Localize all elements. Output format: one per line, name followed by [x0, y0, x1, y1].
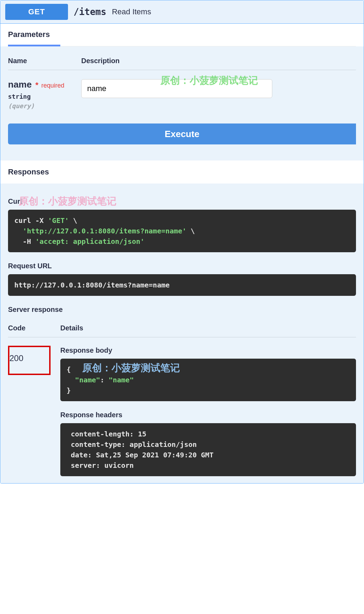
required-label: required: [41, 82, 64, 89]
response-row: 200 Response body { "name": "name" } Res…: [8, 346, 356, 476]
response-body-block: { "name": "name" }: [60, 359, 356, 401]
status-code-highlight: 200: [8, 346, 51, 375]
parameter-name: name: [8, 79, 32, 90]
server-response-label: Server response: [8, 306, 356, 314]
opblock-get: GET /items Read Items Parameters Name De…: [0, 0, 364, 484]
endpoint-summary: Read Items: [112, 7, 151, 16]
parameters-tab-row: Parameters: [0, 24, 364, 46]
response-headers-label: Response headers: [60, 411, 356, 419]
response-body-label: Response body: [60, 346, 356, 354]
endpoint-path: /items: [74, 7, 106, 17]
parameters-section: Name Description name * required string …: [0, 46, 364, 160]
responses-heading: Responses: [0, 160, 364, 184]
parameter-row: name * required string (query): [8, 79, 356, 110]
tab-parameters[interactable]: Parameters: [8, 30, 60, 46]
execute-button[interactable]: Execute: [8, 123, 356, 144]
responses-section: Curl curl -X 'GET' \ 'http://127.0.0.1:8…: [0, 184, 364, 483]
curl-command: curl -X 'GET' \ 'http://127.0.0.1:8080/i…: [8, 210, 356, 252]
column-header-name: Name: [8, 57, 81, 65]
response-headers-block: content-length: 15 content-type: applica…: [60, 423, 356, 476]
responses-heading-text: Responses: [8, 167, 49, 176]
parameter-input-name[interactable]: [81, 79, 272, 98]
parameter-type: string: [8, 93, 81, 100]
method-badge: GET: [5, 4, 68, 20]
opblock-summary[interactable]: GET /items Read Items: [0, 0, 364, 24]
request-url-label: Request URL: [8, 262, 356, 270]
request-url-block: http://127.0.0.1:8080/items?name=name: [8, 274, 356, 296]
curl-label: Curl: [8, 197, 356, 205]
column-header-details: Details: [60, 324, 356, 332]
column-header-description: Description: [81, 57, 356, 65]
status-code: 200: [9, 353, 23, 363]
column-header-code: Code: [8, 324, 60, 332]
required-star-icon: *: [35, 81, 38, 89]
parameter-in: (query): [8, 102, 81, 110]
